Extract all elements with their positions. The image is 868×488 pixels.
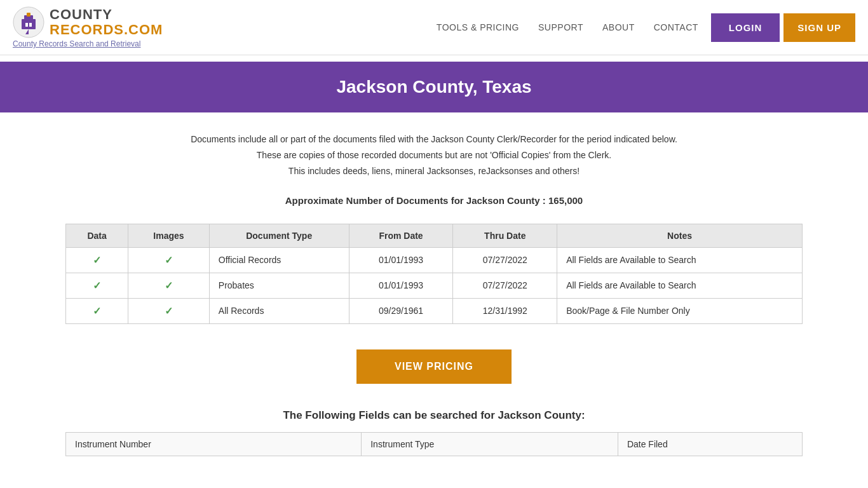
field-col-3: Date Filed bbox=[618, 432, 802, 456]
desc-line1: Documents include all or part of the doc… bbox=[65, 132, 803, 147]
nav-support[interactable]: SUPPORT bbox=[538, 22, 583, 32]
from-date-0: 01/01/1993 bbox=[349, 247, 453, 273]
searchable-fields-heading: The Following Fields can be searched for… bbox=[65, 409, 803, 422]
main-nav: TOOLS & PRICING SUPPORT ABOUT CONTACT bbox=[437, 22, 698, 32]
desc-line2: These are copies of those recorded docum… bbox=[65, 147, 803, 163]
svg-rect-1 bbox=[22, 19, 36, 29]
images-check-2: ✓ bbox=[165, 306, 173, 316]
login-button[interactable]: LOGIN bbox=[711, 13, 780, 42]
svg-rect-3 bbox=[27, 13, 31, 17]
signup-button[interactable]: SIGN UP bbox=[783, 13, 855, 42]
thru-date-0: 07/27/2022 bbox=[453, 247, 557, 273]
images-check-1: ✓ bbox=[165, 280, 173, 291]
page-title: Jackson County, Texas bbox=[13, 77, 855, 97]
description-block: Documents include all or part of the doc… bbox=[65, 132, 803, 180]
nav-tools-pricing[interactable]: TOOLS & PRICING bbox=[437, 22, 519, 32]
logo-area: COUNTY RECORDS.COM County Records Search… bbox=[13, 6, 163, 48]
searchable-fields-table: Instrument Number Instrument Type Date F… bbox=[65, 432, 803, 456]
nav-about[interactable]: ABOUT bbox=[602, 22, 635, 32]
logo-text: COUNTY RECORDS.COM bbox=[50, 7, 163, 37]
records-table: Data Images Document Type From Date Thru… bbox=[65, 224, 803, 324]
col-header-images: Images bbox=[128, 224, 210, 247]
table-row: ✓ ✓ Official Records 01/01/1993 07/27/20… bbox=[66, 247, 803, 273]
table-row: ✓ ✓ Probates 01/01/1993 07/27/2022 All F… bbox=[66, 273, 803, 298]
data-check-0: ✓ bbox=[93, 255, 101, 266]
doc-type-2: All Records bbox=[209, 298, 349, 323]
notes-2: Book/Page & File Number Only bbox=[557, 298, 803, 323]
images-check-0: ✓ bbox=[165, 255, 173, 266]
view-pricing-button[interactable]: VIEW PRICING bbox=[356, 349, 512, 384]
pricing-section: VIEW PRICING bbox=[65, 349, 803, 384]
logo-county-text: COUNTY bbox=[50, 7, 163, 22]
site-header: COUNTY RECORDS.COM County Records Search… bbox=[0, 0, 868, 55]
from-date-2: 09/29/1961 bbox=[349, 298, 453, 323]
notes-1: All Fields are Available to Search bbox=[557, 273, 803, 298]
thru-date-2: 12/31/1992 bbox=[453, 298, 557, 323]
desc-line3: This includes deeds, liens, mineral Jack… bbox=[65, 163, 803, 179]
col-header-doc-type: Document Type bbox=[209, 224, 349, 247]
doc-type-1: Probates bbox=[209, 273, 349, 298]
field-col-1: Instrument Number bbox=[66, 432, 362, 456]
page-banner: Jackson County, Texas bbox=[0, 62, 868, 112]
data-check-1: ✓ bbox=[93, 280, 101, 291]
table-row: ✓ ✓ All Records 09/29/1961 12/31/1992 Bo… bbox=[66, 298, 803, 323]
col-header-from-date: From Date bbox=[349, 224, 453, 247]
col-header-data: Data bbox=[66, 224, 128, 247]
logo-icon bbox=[13, 6, 44, 38]
field-col-2: Instrument Type bbox=[362, 432, 618, 456]
data-check-2: ✓ bbox=[93, 306, 101, 316]
doc-type-0: Official Records bbox=[209, 247, 349, 273]
approx-count: Approximate Number of Documents for Jack… bbox=[65, 195, 803, 206]
main-content: Documents include all or part of the doc… bbox=[53, 112, 815, 475]
logo-records-text: RECORDS.COM bbox=[50, 22, 163, 37]
fields-header-row: Instrument Number Instrument Type Date F… bbox=[66, 432, 803, 456]
col-header-thru-date: Thru Date bbox=[453, 224, 557, 247]
nav-contact[interactable]: CONTACT bbox=[654, 22, 698, 32]
thru-date-1: 07/27/2022 bbox=[453, 273, 557, 298]
col-header-notes: Notes bbox=[557, 224, 803, 247]
logo-tagline: County Records Search and Retrieval bbox=[13, 39, 163, 48]
svg-rect-4 bbox=[25, 23, 28, 27]
svg-rect-5 bbox=[29, 23, 32, 27]
from-date-1: 01/01/1993 bbox=[349, 273, 453, 298]
notes-0: All Fields are Available to Search bbox=[557, 247, 803, 273]
